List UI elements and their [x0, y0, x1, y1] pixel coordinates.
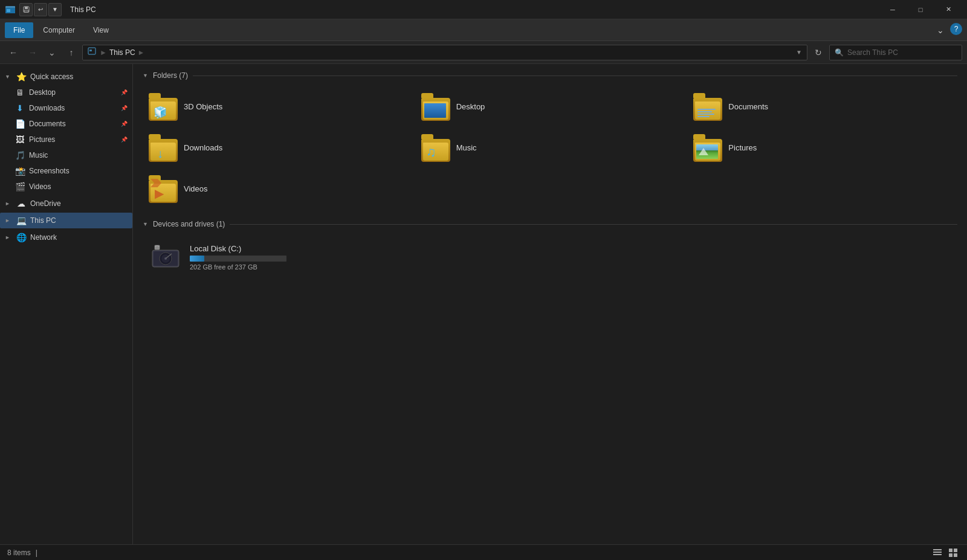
pictures-pin: 📌 — [121, 137, 128, 143]
this-pc-label: This PC — [30, 216, 128, 225]
window-controls: ─ □ ✕ — [879, 0, 962, 19]
path-chevron: ► — [138, 48, 145, 57]
sidebar-item-this-pc[interactable]: ► 💻 This PC — [0, 213, 132, 228]
svg-rect-5 — [24, 10, 28, 12]
svg-rect-17 — [933, 554, 942, 555]
drive-bar-fill — [190, 256, 204, 262]
folder-item-3d-objects[interactable]: 🧊 3D Objects — [143, 87, 413, 126]
pictures-label: Pictures — [29, 135, 117, 144]
folder-name-3d-objects: 3D Objects — [184, 102, 222, 111]
folder-name-pictures: Pictures — [728, 143, 757, 152]
drive-space-c: 202 GB free of 237 GB — [190, 263, 951, 271]
folder-name-videos: Videos — [184, 184, 208, 193]
sidebar-section-onedrive: ► ☁ OneDrive — [0, 196, 132, 211]
status-right — [931, 546, 960, 559]
desktop-icon: 🖥 — [15, 87, 25, 98]
qat-dropdown-btn[interactable]: ▼ — [48, 3, 62, 16]
path-text: This PC — [109, 48, 135, 57]
sidebar-item-documents[interactable]: 📄 Documents 📌 — [0, 116, 132, 132]
videos-label: Videos — [29, 182, 128, 191]
path-separator: ► — [100, 48, 107, 57]
content-area: ▼ Folders (7) 🧊 3D Objects — [133, 64, 967, 544]
screenshots-label: Screenshots — [29, 167, 128, 175]
title-bar: ↩ ▼ This PC ─ □ ✕ — [0, 0, 967, 19]
folders-section-line — [193, 76, 957, 76]
status-left: 8 items | — [7, 549, 37, 557]
devices-collapse-btn[interactable]: ▼ — [143, 221, 148, 227]
minimize-button[interactable]: ─ — [879, 0, 907, 19]
music-icon: 🎵 — [15, 150, 25, 161]
svg-rect-21 — [954, 553, 957, 557]
search-icon: 🔍 — [835, 48, 844, 57]
folder-item-downloads[interactable]: ↓ Downloads — [143, 128, 413, 167]
svg-rect-20 — [949, 553, 952, 557]
folder-item-videos[interactable]: ▶ Videos — [143, 169, 413, 208]
address-path[interactable]: ► This PC ► ▼ — [82, 45, 807, 60]
svg-rect-19 — [954, 549, 957, 552]
quick-access-chevron: ▼ — [5, 74, 12, 80]
quick-access-label: Quick access — [30, 72, 128, 81]
item-count: 8 items — [7, 549, 31, 557]
status-bar: 8 items | — [0, 544, 967, 560]
folder-name-downloads: Downloads — [184, 143, 222, 152]
folder-icon-music: ♫ — [421, 133, 450, 162]
folder-icon-3d: 🧊 — [149, 92, 178, 121]
folders-section-header: ▼ Folders (7) — [143, 71, 957, 80]
devices-section-line — [230, 224, 957, 225]
sidebar-item-quick-access[interactable]: ▼ ⭐ Quick access — [0, 69, 132, 85]
svg-rect-7 — [89, 50, 92, 51]
screenshots-icon: 📸 — [15, 166, 25, 176]
qat-undo-btn[interactable]: ↩ — [34, 3, 47, 16]
main-layout: ▼ ⭐ Quick access 🖥 Desktop 📌 ⬇ Downloads… — [0, 64, 967, 544]
onedrive-icon: ☁ — [16, 198, 27, 209]
sidebar-item-music[interactable]: 🎵 Music — [0, 147, 132, 163]
folder-icon-pictures — [693, 133, 722, 162]
sidebar-item-network[interactable]: ► 🌐 Network — [0, 230, 132, 245]
refresh-button[interactable]: ↻ — [810, 44, 827, 61]
folder-item-music[interactable]: ♫ Music — [415, 128, 685, 167]
back-button[interactable]: ← — [5, 44, 22, 61]
sidebar-item-screenshots[interactable]: 📸 Screenshots — [0, 163, 132, 179]
details-view-btn[interactable] — [931, 546, 944, 559]
explorer-icon — [5, 4, 16, 15]
devices-section-header: ▼ Devices and drives (1) — [143, 220, 957, 228]
forward-button[interactable]: → — [24, 44, 41, 61]
onedrive-chevron: ► — [5, 201, 12, 207]
desktop-label: Desktop — [29, 88, 117, 97]
sidebar-item-downloads[interactable]: ⬇ Downloads 📌 — [0, 100, 132, 116]
ribbon: File Computer View ⌄ ? — [0, 19, 967, 41]
qat-save-btn[interactable] — [19, 3, 33, 16]
sidebar-section-network: ► 🌐 Network — [0, 230, 132, 245]
documents-label: Documents — [29, 120, 117, 128]
up-button[interactable]: ↑ — [63, 44, 80, 61]
sidebar-item-videos[interactable]: 🎬 Videos — [0, 179, 132, 195]
drive-item-c[interactable]: Local Disk (C:) 202 GB free of 237 GB — [143, 236, 957, 279]
svg-rect-4 — [25, 7, 28, 9]
ribbon-tab-view[interactable]: View — [85, 22, 117, 38]
network-icon: 🌐 — [16, 232, 27, 243]
downloads-icon: ⬇ — [15, 103, 25, 114]
address-dropdown-btn[interactable]: ▼ — [796, 49, 802, 56]
folder-icon-desktop — [421, 92, 450, 121]
recent-locations-button[interactable]: ⌄ — [44, 44, 60, 61]
large-icons-view-btn[interactable] — [946, 546, 960, 559]
ribbon-collapse-btn[interactable]: ⌄ — [933, 23, 948, 37]
folder-item-pictures[interactable]: Pictures — [687, 128, 957, 167]
folder-icon-videos: ▶ — [149, 174, 178, 203]
folder-grid: 🧊 3D Objects Desktop — [143, 87, 957, 208]
folder-item-desktop[interactable]: Desktop — [415, 87, 685, 126]
sidebar-item-pictures[interactable]: 🖼 Pictures 📌 — [0, 132, 132, 147]
maximize-button[interactable]: □ — [907, 0, 934, 19]
title-bar-left: ↩ ▼ This PC — [5, 3, 96, 16]
ribbon-tab-file[interactable]: File — [5, 22, 33, 38]
folder-item-documents[interactable]: Documents — [687, 87, 957, 126]
search-box[interactable]: 🔍 Search This PC — [829, 45, 962, 60]
sidebar-section-this-pc: ► 💻 This PC — [0, 213, 132, 228]
svg-rect-15 — [933, 549, 942, 550]
close-button[interactable]: ✕ — [934, 0, 962, 19]
sidebar-item-onedrive[interactable]: ► ☁ OneDrive — [0, 196, 132, 211]
ribbon-tab-computer[interactable]: Computer — [34, 22, 83, 38]
ribbon-help-btn[interactable]: ? — [950, 23, 962, 35]
sidebar-item-desktop[interactable]: 🖥 Desktop 📌 — [0, 85, 132, 100]
folders-collapse-btn[interactable]: ▼ — [143, 72, 148, 79]
